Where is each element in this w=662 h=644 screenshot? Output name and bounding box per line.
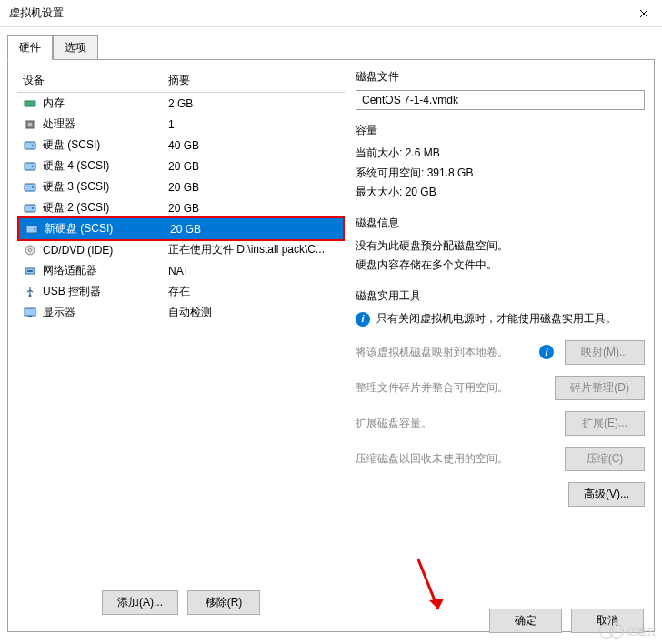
hw-row[interactable]: 硬盘 (SCSI)40 GB [17, 135, 345, 156]
utilities-notice: 只有关闭虚拟机电源时，才能使用磁盘实用工具。 [376, 312, 617, 325]
free-space-label: 系统可用空间: [356, 166, 424, 179]
hw-row[interactable]: 内存2 GB [17, 93, 345, 114]
hw-row[interactable]: CD/DVD (IDE)正在使用文件 D:\install pack\C... [17, 239, 345, 260]
hw-device: 内存 [43, 96, 168, 111]
hw-device: CD/DVD (IDE) [43, 244, 168, 257]
svg-rect-11 [26, 226, 37, 233]
svg-point-4 [32, 145, 34, 146]
disk-info-line1: 没有为此硬盘预分配磁盘空间。 [356, 236, 645, 257]
tabs: 硬件 选项 [7, 35, 662, 59]
hw-device: 硬盘 4 (SCSI) [43, 158, 168, 174]
dialog-buttons: 确定 取消 [489, 609, 644, 633]
disk-info-title: 磁盘信息 [356, 216, 645, 231]
disk-icon [23, 202, 37, 215]
svg-rect-19 [28, 316, 32, 317]
display-icon [23, 307, 37, 319]
hw-summary: 自动检测 [168, 305, 339, 320]
svg-rect-0 [25, 101, 35, 106]
svg-point-14 [29, 248, 32, 251]
close-button[interactable] [626, 0, 662, 27]
svg-rect-3 [25, 142, 35, 149]
svg-point-17 [29, 294, 32, 297]
defrag-button[interactable]: 碎片整理(D) [555, 376, 645, 400]
disk-icon [25, 223, 39, 236]
expand-button[interactable]: 扩展(E)... [565, 411, 645, 436]
cancel-button[interactable]: 取消 [571, 609, 644, 633]
net-icon [23, 265, 37, 277]
hw-table-header: 设备 摘要 [17, 69, 345, 93]
hw-row[interactable]: 硬盘 2 (SCSI)20 GB [17, 197, 345, 218]
svg-point-8 [32, 186, 34, 188]
hw-summary: 存在 [168, 284, 339, 299]
disk-file-field[interactable]: CentOS 7-1-4.vmdk [356, 90, 645, 110]
disk-icon [23, 160, 37, 173]
memory-icon [23, 97, 37, 110]
hw-summary: 正在使用文件 D:\install pack\C... [168, 242, 339, 257]
remove-button[interactable]: 移除(R) [187, 590, 260, 615]
svg-rect-9 [25, 205, 35, 212]
svg-rect-18 [25, 308, 35, 316]
hw-summary: 20 GB [168, 202, 339, 215]
hw-summary: 20 GB [168, 160, 339, 173]
info-icon: i [539, 345, 554, 359]
hw-row[interactable]: 网络适配器NAT [17, 260, 345, 281]
detail-panel: 磁盘文件 CentOS 7-1-4.vmdk 容量 当前大小: 2.6 MB 系… [356, 69, 645, 622]
hw-summary: 2 GB [168, 97, 339, 110]
hw-summary: 1 [168, 118, 339, 131]
window-title: 虚拟机设置 [9, 5, 64, 21]
capacity-title: 容量 [356, 123, 645, 138]
svg-point-10 [32, 207, 34, 209]
hw-row[interactable]: USB 控制器存在 [17, 281, 345, 302]
titlebar: 虚拟机设置 [0, 0, 662, 27]
current-size-label: 当前大小: [356, 146, 402, 159]
free-space-value: 391.8 GB [427, 166, 474, 179]
hw-summary: 20 GB [170, 223, 337, 236]
svg-point-6 [32, 166, 34, 167]
compact-button[interactable]: 压缩(C) [565, 447, 645, 471]
hw-summary: NAT [168, 265, 339, 277]
svg-rect-16 [27, 270, 33, 272]
hw-list: 内存2 GB处理器1硬盘 (SCSI)40 GB硬盘 4 (SCSI)20 GB… [17, 93, 345, 583]
highlight-annotation: 新硬盘 (SCSI)20 GB [17, 216, 345, 241]
hw-row[interactable]: 新硬盘 (SCSI)20 GB [19, 218, 343, 239]
max-size-label: 最大大小: [356, 186, 402, 198]
map-button[interactable]: 映射(M)... [565, 340, 645, 365]
svg-rect-7 [25, 184, 35, 191]
col-device: 设备 [23, 73, 168, 88]
hw-row[interactable]: 硬盘 4 (SCSI)20 GB [17, 156, 345, 176]
ok-button[interactable]: 确定 [489, 609, 562, 633]
hw-device: 硬盘 2 (SCSI) [43, 200, 168, 216]
cd-icon [23, 244, 37, 257]
svg-rect-2 [28, 123, 32, 126]
info-icon: i [356, 312, 370, 327]
max-size-value: 20 GB [406, 186, 436, 198]
defrag-desc: 整理文件碎片并整合可用空间。 [356, 380, 547, 396]
hw-summary: 20 GB [168, 181, 339, 194]
hw-device: 硬盘 (SCSI) [43, 137, 168, 153]
tab-options[interactable]: 选项 [53, 35, 98, 60]
hardware-panel: 设备 摘要 内存2 GB处理器1硬盘 (SCSI)40 GB硬盘 4 (SCSI… [17, 69, 345, 622]
hw-summary: 40 GB [168, 139, 339, 152]
utilities-title: 磁盘实用工具 [356, 288, 645, 304]
disk-icon [23, 139, 37, 152]
advanced-button[interactable]: 高级(V)... [568, 482, 645, 507]
hw-row[interactable]: 显示器自动检测 [17, 302, 345, 323]
col-summary: 摘要 [168, 73, 190, 88]
hw-row[interactable]: 处理器1 [17, 114, 345, 135]
current-size-value: 2.6 MB [406, 146, 440, 159]
hw-device: USB 控制器 [43, 284, 168, 299]
hw-device: 处理器 [43, 116, 168, 132]
tab-hardware[interactable]: 硬件 [7, 35, 53, 60]
content: 设备 摘要 内存2 GB处理器1硬盘 (SCSI)40 GB硬盘 4 (SCSI… [7, 59, 655, 632]
hw-device: 硬盘 3 (SCSI) [43, 179, 168, 195]
hw-row[interactable]: 硬盘 3 (SCSI)20 GB [17, 176, 345, 197]
disk-icon [23, 181, 37, 194]
usb-icon [23, 286, 37, 298]
add-button[interactable]: 添加(A)... [102, 590, 178, 615]
svg-point-12 [34, 228, 35, 230]
close-icon [639, 9, 648, 18]
disk-info-line2: 硬盘内容存储在多个文件中。 [356, 256, 645, 276]
compact-desc: 压缩磁盘以回收未使用的空间。 [356, 451, 557, 467]
hw-device: 显示器 [43, 305, 168, 320]
cpu-icon [23, 118, 37, 131]
